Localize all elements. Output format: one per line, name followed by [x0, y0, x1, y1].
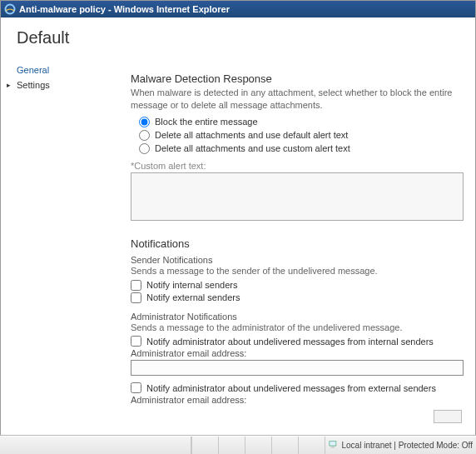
custom-alert-label: *Custom alert text: — [131, 161, 464, 171]
check-notify-admin-external-input[interactable] — [131, 382, 141, 393]
notifications-heading: Notifications — [131, 237, 464, 250]
status-zone: Local intranet | Protected Mode: Off — [325, 437, 476, 454]
radio-delete-default[interactable]: Delete all attachments and use default a… — [139, 130, 464, 141]
radio-block-message[interactable]: Block the entire message — [139, 117, 464, 127]
malware-desc: When malware is detected in any attachme… — [131, 87, 464, 112]
ok-button[interactable] — [434, 410, 462, 423]
sender-notifications-sub: Sender Notifications — [131, 255, 464, 265]
check-notify-external-senders-input[interactable] — [131, 292, 141, 303]
custom-alert-textarea[interactable] — [131, 172, 464, 221]
radio-delete-default-input[interactable] — [139, 130, 150, 141]
window-title: Anti-malware policy - Windows Internet E… — [19, 4, 230, 14]
status-cell — [191, 437, 218, 454]
status-zone-text: Local intranet | Protected Mode: Off — [342, 441, 474, 450]
page-title: Default — [17, 28, 121, 47]
check-notify-internal-senders-label: Notify internal senders — [146, 280, 237, 290]
status-cell — [298, 437, 325, 454]
admin-notifications-sub: Administrator Notifications — [131, 312, 464, 322]
check-notify-admin-internal-label: Notify administrator about undelivered m… — [146, 337, 434, 347]
window-titlebar: Anti-malware policy - Windows Internet E… — [1, 1, 475, 17]
admin-email-internal-input[interactable] — [131, 360, 464, 376]
svg-rect-1 — [330, 442, 336, 446]
check-notify-admin-internal[interactable]: Notify administrator about undelivered m… — [131, 336, 464, 347]
radio-block-message-input[interactable] — [139, 117, 150, 127]
nav-general[interactable]: General — [5, 62, 121, 77]
admin-notifications-desc: Sends a message to the administrator of … — [131, 322, 464, 334]
ie-icon — [4, 3, 16, 15]
main-panel: Malware Detection Response When malware … — [131, 24, 470, 426]
check-notify-external-senders-label: Notify external senders — [146, 292, 240, 302]
radio-delete-custom[interactable]: Delete all attachments and use custom al… — [139, 143, 464, 154]
side-nav: General Settings — [5, 62, 121, 92]
radio-block-message-label: Block the entire message — [155, 117, 258, 127]
radio-delete-default-label: Delete all attachments and use default a… — [155, 130, 348, 140]
status-bar: Local intranet | Protected Mode: Off — [0, 435, 476, 454]
status-cell — [218, 437, 245, 454]
check-notify-admin-internal-input[interactable] — [131, 336, 141, 347]
check-notify-external-senders[interactable]: Notify external senders — [131, 292, 464, 303]
check-notify-internal-senders[interactable]: Notify internal senders — [131, 280, 464, 291]
status-cell — [271, 437, 298, 454]
admin-email-internal-label: Administrator email address: — [131, 348, 464, 358]
sender-notifications-desc: Sends a message to the sender of the und… — [131, 265, 464, 277]
status-cell — [245, 437, 271, 454]
computer-icon — [329, 440, 339, 451]
check-notify-admin-external-label: Notify administrator about undelivered m… — [146, 383, 436, 393]
check-notify-admin-external[interactable]: Notify administrator about undelivered m… — [131, 382, 464, 393]
svg-rect-2 — [331, 447, 335, 448]
status-cell — [0, 437, 191, 454]
radio-delete-custom-input[interactable] — [139, 143, 150, 154]
check-notify-internal-senders-input[interactable] — [131, 280, 141, 291]
radio-delete-custom-label: Delete all attachments and use custom al… — [155, 143, 350, 153]
malware-heading: Malware Detection Response — [131, 72, 464, 85]
admin-email-external-label: Administrator email address: — [131, 395, 464, 405]
nav-settings[interactable]: Settings — [5, 77, 121, 92]
